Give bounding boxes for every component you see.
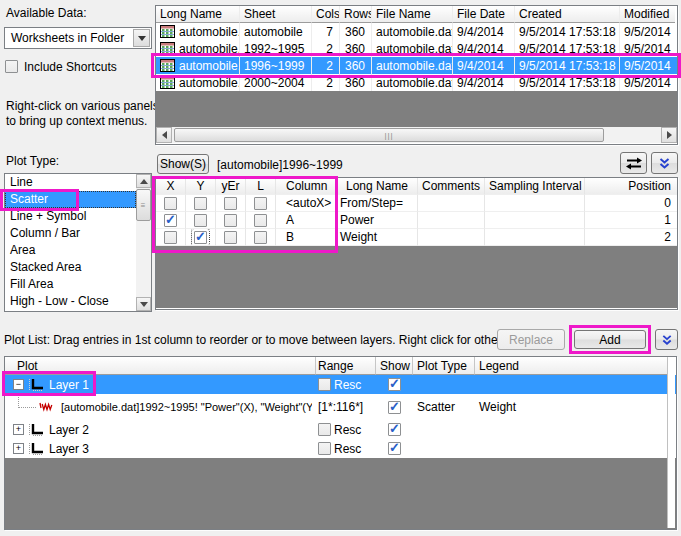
show-checkbox[interactable] [388,442,401,455]
y-checkbox[interactable] [194,197,207,210]
x-checkbox[interactable] [164,197,177,210]
sheet-row[interactable]: automobile.d 1992~1995 2 360 automobile.… [156,40,677,57]
add-button[interactable]: Add [574,330,646,349]
column-header-modified[interactable]: Modified [620,6,675,23]
empty-area [156,246,677,308]
scrollbar-thumb[interactable]: ≡ [136,189,151,221]
rescale-label: Resc [334,423,364,437]
yerr-checkbox[interactable] [224,197,237,210]
plot-type-option[interactable]: Area [5,242,136,259]
layer-icon [28,442,44,456]
column-row: A Power 1 [156,212,677,229]
data-source-dropdown[interactable]: Worksheets in Folder [4,27,152,49]
column-header-position[interactable]: Position [585,178,677,195]
plot-type-option[interactable]: Column / Bar [5,225,136,242]
column-header-long-name[interactable]: Long Name [336,178,418,195]
y-checkbox[interactable] [194,214,207,227]
column-header-plot[interactable]: Plot [5,357,316,375]
label-checkbox[interactable] [254,197,267,210]
vertical-scrollbar-track[interactable] [667,358,675,528]
column-id: <autoX> [276,195,336,212]
column-header-yer[interactable]: yEr [216,178,246,195]
column-header-sampling-interval[interactable]: Sampling Interval [485,178,585,195]
include-shortcuts-checkbox[interactable] [5,60,18,73]
column-header-long-name[interactable]: Long Name [156,6,240,23]
worksheet-icon [160,59,175,72]
layer-row[interactable]: Layer 3 Resc [5,439,676,458]
scrollbar-thumb[interactable]: ||| [174,128,604,142]
column-header-column[interactable]: Column [276,178,336,195]
column-header-l[interactable]: L [246,178,276,195]
sheet-rows: 360 [340,74,372,91]
horizontal-scrollbar[interactable]: ||| [156,127,677,143]
column-header-legend[interactable]: Legend [475,357,668,375]
sheet-reference-label: [automobile]1996~1999 [217,158,343,172]
column-header-y[interactable]: Y [186,178,216,195]
tree-connector [18,395,36,408]
show-button[interactable]: Show(S) [157,154,209,174]
yerr-checkbox[interactable] [224,231,237,244]
sheet-row[interactable]: automobile.d 1996~1999 2 360 automobile.… [156,57,677,74]
scroll-up-icon[interactable] [136,174,151,188]
expand-plot-list-button[interactable] [655,329,678,350]
expand-layer-icon[interactable] [13,424,24,435]
plot-type-option[interactable]: Line + Symbol [5,208,136,225]
collapse-layer-icon[interactable] [13,379,24,390]
worksheet-icon [160,42,175,55]
sheet-cols: 2 [312,74,340,91]
rescale-checkbox[interactable] [318,423,331,436]
scroll-right-icon[interactable] [661,127,677,143]
column-header-comments[interactable]: Comments [418,178,485,195]
plot-row[interactable]: [automobile.dat]1992~1995! "Power"(X), "… [5,394,676,420]
column-header-created[interactable]: Created [515,6,620,23]
y-checkbox[interactable] [194,231,207,244]
plot-setup-dialog: { "colors": { "highlight": "#3399ff", "a… [0,0,681,536]
include-shortcuts-label: Include Shortcuts [24,60,117,74]
expand-layer-icon[interactable] [13,443,24,454]
sheet-row[interactable]: automobile.d automobile 7 360 automobile… [156,23,677,40]
column-long-name: Weight [336,229,418,246]
sheet-modified: 9/5/2014 [620,40,675,57]
plot-type-option[interactable]: High - Low - Close [5,293,136,310]
show-checkbox[interactable] [388,401,401,414]
column-header-file-name[interactable]: File Name [372,6,453,23]
sheet-rows: 360 [340,57,372,74]
yerr-checkbox[interactable] [224,214,237,227]
column-header-file-date[interactable]: File Date [453,6,515,23]
x-checkbox[interactable] [164,231,177,244]
plot-type-value: Scatter [413,394,475,420]
sheet-row[interactable]: automobile.d 2000~2004 2 360 automobile.… [156,74,677,91]
plot-type-option[interactable]: Line [5,174,136,191]
swap-button[interactable] [620,152,647,174]
layer-row[interactable]: Layer 1 Resc [5,375,676,394]
layer-row[interactable]: Layer 2 Resc [5,420,676,439]
x-checkbox[interactable] [164,214,177,227]
column-header-rows[interactable]: Rows [340,6,372,23]
show-checkbox[interactable] [388,378,401,391]
rescale-checkbox[interactable] [318,442,331,455]
column-header-cols[interactable]: Cols [312,6,340,23]
column-header-plot-type[interactable]: Plot Type [413,357,475,375]
column-header-show[interactable]: Show [376,357,413,375]
rescale-checkbox[interactable] [318,378,331,391]
column-header-sheet[interactable]: Sheet [240,6,312,23]
expand-columns-panel-button[interactable] [651,152,678,174]
scroll-left-icon[interactable] [156,127,172,143]
scroll-down-icon[interactable] [136,297,151,311]
worksheet-icon [160,25,175,38]
show-checkbox[interactable] [388,423,401,436]
label-checkbox[interactable] [254,214,267,227]
layer-label: Layer 1 [49,378,89,392]
layer-icon [28,423,44,437]
column-header-range[interactable]: Range [316,357,376,375]
column-header-x[interactable]: X [156,178,186,195]
label-checkbox[interactable] [254,231,267,244]
dropdown-arrow-icon[interactable] [133,29,150,47]
sheet-cols: 2 [312,40,340,57]
replace-button[interactable]: Replace [497,329,565,350]
plot-type-option[interactable]: Scatter [5,191,136,208]
column-comments [418,229,485,246]
plot-type-option[interactable]: Fill Area [5,276,136,293]
plot-type-option[interactable]: Stacked Area [5,259,136,276]
plot-type-scrollbar[interactable]: ≡ [136,174,151,311]
